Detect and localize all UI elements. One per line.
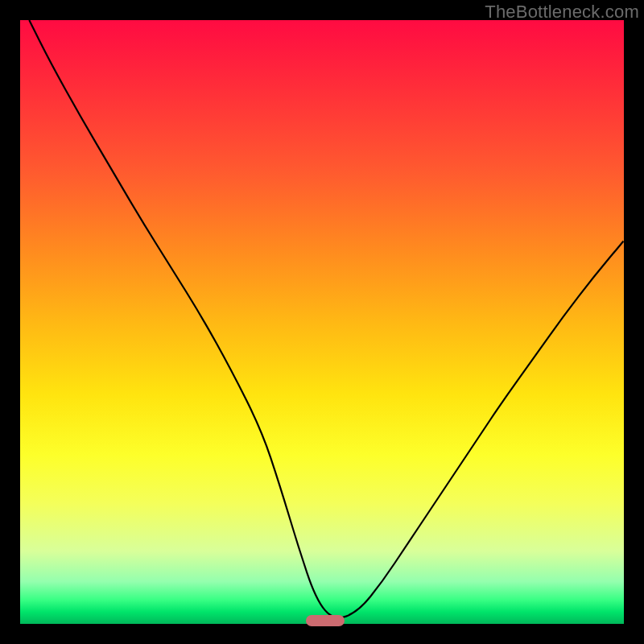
watermark-text: TheBottleneck.com <box>485 2 639 23</box>
plot-gradient-background <box>20 20 624 624</box>
chart-frame: TheBottleneck.com <box>0 0 644 644</box>
